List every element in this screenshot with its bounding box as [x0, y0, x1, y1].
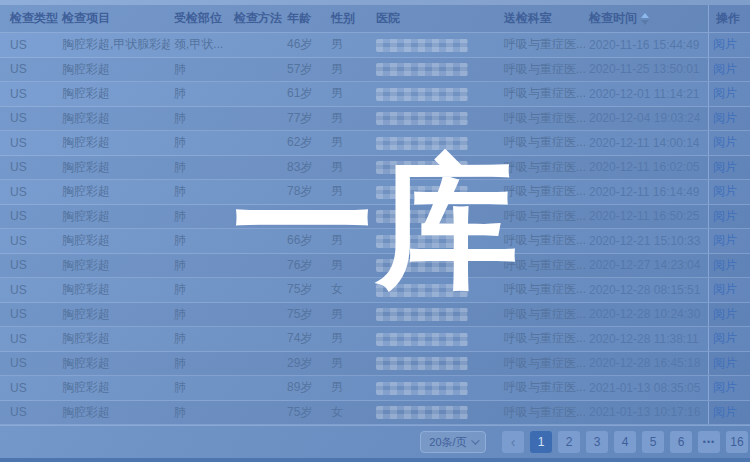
view-images-link[interactable]: 阅片	[713, 183, 737, 200]
table-row[interactable]: US 胸腔彩超,甲状腺彩超 颈,甲状... 46岁 男 呼吸与重症医... 20…	[0, 33, 750, 58]
cell-gender: 男	[327, 330, 372, 347]
table-row[interactable]: US 胸腔彩超 肺 89岁 男 呼吸与重症医... 2021-01-13 08:…	[0, 376, 750, 401]
view-images-link[interactable]: 阅片	[713, 330, 737, 347]
cell-body-part: 颈,甲状...	[170, 36, 230, 53]
page-button-6[interactable]: 6	[670, 431, 692, 453]
cell-age: 89岁	[283, 379, 327, 396]
cell-action: 阅片	[708, 229, 750, 253]
prev-page-button[interactable]: ‹	[502, 431, 524, 453]
view-images-link[interactable]: 阅片	[713, 232, 737, 249]
page-button-1[interactable]: 1	[530, 431, 552, 453]
cell-exam-time: 2020-12-28 16:45:18	[585, 356, 708, 370]
page-button-16[interactable]: 16	[726, 431, 748, 453]
cell-body-part: 肺	[170, 85, 230, 102]
cell-department: 呼吸与重症医...	[500, 134, 585, 151]
table-row[interactable]: US 胸腔彩超 肺 76岁 男 呼吸与重症医... 2020-12-27 14:…	[0, 254, 750, 279]
cell-department: 呼吸与重症医...	[500, 159, 585, 176]
view-images-link[interactable]: 阅片	[713, 159, 737, 176]
table-row[interactable]: US 胸腔彩超 肺 66岁 男 呼吸与重症医... 2020-12-21 15:…	[0, 229, 750, 254]
cell-hospital	[372, 283, 500, 297]
cell-gender: 男	[327, 232, 372, 249]
cell-age: 78岁	[283, 183, 327, 200]
view-images-link[interactable]: 阅片	[713, 355, 737, 372]
cell-gender: 男	[327, 257, 372, 274]
censored-hospital-name	[376, 406, 468, 419]
view-images-link[interactable]: 阅片	[713, 134, 737, 151]
cell-exam-time: 2021-01-13 10:17:16	[585, 405, 708, 419]
view-images-link[interactable]: 阅片	[713, 85, 737, 102]
table-row[interactable]: US 胸腔彩超 肺 62岁 男 呼吸与重症医... 2020-12-11 14:…	[0, 131, 750, 156]
table-row[interactable]: US 胸腔彩超 肺 29岁 男 呼吸与重症医... 2020-12-28 16:…	[0, 352, 750, 377]
view-images-link[interactable]: 阅片	[713, 281, 737, 298]
cell-action: 阅片	[708, 107, 750, 131]
view-images-link[interactable]: 阅片	[713, 404, 737, 421]
table-row[interactable]: US 胸腔彩超 肺 78岁 男 呼吸与重症医... 2020-12-11 16:…	[0, 180, 750, 205]
page-button-3[interactable]: 3	[586, 431, 608, 453]
col-hospital[interactable]: 医院	[372, 10, 500, 27]
censored-hospital-name	[376, 235, 468, 248]
view-images-link[interactable]: 阅片	[713, 257, 737, 274]
col-exam-time[interactable]: 检查时间	[585, 10, 708, 27]
cell-exam-time: 2020-12-28 11:38:11	[585, 332, 708, 346]
page-button-5[interactable]: 5	[642, 431, 664, 453]
cell-exam-item: 胸腔彩超	[58, 257, 170, 274]
cell-exam-item: 胸腔彩超	[58, 355, 170, 372]
cell-age: 83岁	[283, 159, 327, 176]
cell-action: 阅片	[708, 376, 750, 400]
cell-department: 呼吸与重症医...	[500, 355, 585, 372]
col-exam-type[interactable]: 检查类型	[0, 10, 58, 27]
cell-gender: 男	[327, 110, 372, 127]
cell-body-part: 肺	[170, 110, 230, 127]
table-row[interactable]: US 胸腔彩超 肺 74岁 男 呼吸与重症医... 2020-12-28 11:…	[0, 327, 750, 352]
cell-department: 呼吸与重症医...	[500, 208, 585, 225]
view-images-link[interactable]: 阅片	[713, 208, 737, 225]
col-body-part[interactable]: 受检部位	[170, 10, 230, 27]
cell-body-part: 肺	[170, 159, 230, 176]
cell-department: 呼吸与重症医...	[500, 232, 585, 249]
table-row[interactable]: US 胸腔彩超 肺 83岁 男 呼吸与重症医... 2020-12-11 16:…	[0, 156, 750, 181]
cell-gender: 男	[327, 134, 372, 151]
cell-exam-item: 胸腔彩超	[58, 232, 170, 249]
cell-department: 呼吸与重症医...	[500, 281, 585, 298]
censored-hospital-name	[376, 333, 468, 346]
page-button-2[interactable]: 2	[558, 431, 580, 453]
table-row[interactable]: US 胸腔彩超 肺 75岁 男 呼吸与重症医... 2020-12-28 10:…	[0, 303, 750, 328]
censored-hospital-name	[376, 357, 468, 370]
page-button-4[interactable]: 4	[614, 431, 636, 453]
col-department[interactable]: 送检科室	[500, 10, 585, 27]
col-exam-method[interactable]: 检查方法	[230, 10, 283, 27]
view-images-link[interactable]: 阅片	[713, 110, 737, 127]
cell-exam-type: US	[0, 283, 58, 297]
view-images-link[interactable]: 阅片	[713, 379, 737, 396]
cell-exam-type: US	[0, 111, 58, 125]
cell-exam-time: 2020-11-25 13:50:01	[585, 62, 708, 76]
cell-gender: 男	[327, 355, 372, 372]
table-row[interactable]: US 胸腔彩超 肺 77岁 男 呼吸与重症医... 2020-12-04 19:…	[0, 107, 750, 132]
col-exam-item[interactable]: 检查项目	[58, 10, 170, 27]
table-row[interactable]: US 胸腔彩超 肺 75岁 女 呼吸与重症医... 2020-12-28 08:…	[0, 278, 750, 303]
col-gender[interactable]: 性别	[327, 10, 372, 27]
page-size-label: 20条/页	[429, 435, 466, 450]
table-row[interactable]: US 胸腔彩超 肺 61岁 男 呼吸与重症医... 2020-12-01 11:…	[0, 82, 750, 107]
cell-hospital	[372, 87, 500, 101]
cell-action: 阅片	[708, 180, 750, 204]
view-images-link[interactable]: 阅片	[713, 306, 737, 323]
table-row[interactable]: US 胸腔彩超 肺 57岁 男 呼吸与重症医... 2020-11-25 13:…	[0, 58, 750, 83]
page-size-select[interactable]: 20条/页	[420, 431, 486, 453]
cell-hospital	[372, 356, 500, 370]
view-images-link[interactable]: 阅片	[713, 61, 737, 78]
censored-hospital-name	[376, 186, 468, 199]
page-ellipsis[interactable]: •••	[698, 431, 720, 453]
sort-ascending-icon[interactable]	[641, 13, 649, 25]
col-age[interactable]: 年龄	[283, 10, 327, 27]
view-images-link[interactable]: 阅片	[713, 36, 737, 53]
cell-department: 呼吸与重症医...	[500, 183, 585, 200]
cell-age: 46岁	[283, 36, 327, 53]
cell-exam-type: US	[0, 405, 58, 419]
table-row[interactable]: US 胸腔彩超 肺 76岁 女 呼吸与重症医... 2020-12-11 16:…	[0, 205, 750, 230]
cell-exam-time: 2020-12-11 14:00:14	[585, 136, 708, 150]
table-row[interactable]: US 胸腔彩超 肺 75岁 女 呼吸与重症医... 2021-01-13 10:…	[0, 401, 750, 426]
cell-exam-type: US	[0, 258, 58, 272]
cell-body-part: 肺	[170, 281, 230, 298]
cell-exam-type: US	[0, 234, 58, 248]
